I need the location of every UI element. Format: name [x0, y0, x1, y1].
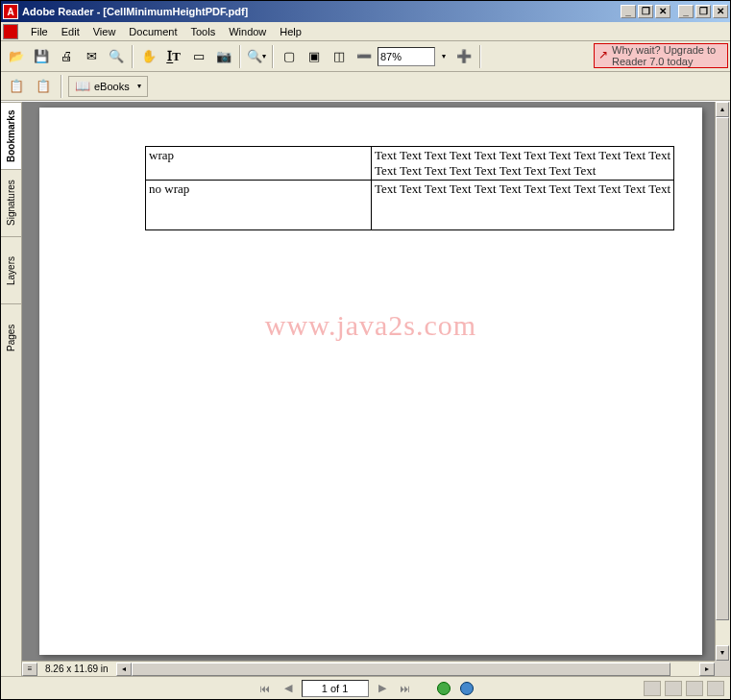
continuous-facing-button[interactable] [707, 681, 724, 696]
doc-restore-button[interactable]: ❐ [638, 5, 653, 18]
app-icon [3, 24, 18, 39]
sidetab-layers[interactable]: Layers [1, 236, 21, 303]
main-toolbar: 📂 💾 🖨 ✉ 🔍 ✋ I̲T ▭ 📷 🔍▾ ▢ ▣ ◫ ➖ 87% ▾ ➕ W… [1, 41, 730, 72]
prev-page-button[interactable]: ◀ [279, 680, 298, 697]
menu-file[interactable]: File [24, 24, 55, 39]
hscroll-thumb[interactable] [132, 663, 671, 676]
single-page-button[interactable] [644, 681, 661, 696]
zoom-dropdown-button[interactable]: ▾ [437, 45, 451, 68]
hscroll-track[interactable] [132, 663, 699, 676]
table-row: wrap Text Text Text Text Text Text Text … [146, 147, 674, 181]
sidetab-signatures[interactable]: Signatures [1, 169, 21, 236]
menu-bar: File Edit View Document Tools Window Hel… [1, 22, 730, 41]
upgrade-banner[interactable]: Why wait? Upgrade to Reader 7.0 today [594, 43, 728, 68]
separator [132, 45, 134, 68]
select-button[interactable]: ▭ [187, 45, 210, 68]
zoom-in-button[interactable]: 🔍▾ [245, 45, 268, 68]
hand-tool-button[interactable]: ✋ [137, 45, 160, 68]
fit-width-button[interactable]: ◫ [328, 45, 351, 68]
first-page-button[interactable]: ⏮ [256, 680, 275, 697]
search-button[interactable]: 🔍 [105, 45, 128, 68]
email-button[interactable]: ✉ [80, 45, 103, 68]
content-table: wrap Text Text Text Text Text Text Text … [145, 146, 674, 230]
ebooks-icon: 📖 [75, 79, 90, 93]
scroll-area[interactable]: wrap Text Text Text Text Text Text Text … [22, 102, 730, 676]
fit-page-button[interactable]: ▣ [303, 45, 326, 68]
zoom-value: 87% [380, 51, 402, 62]
side-panel: Bookmarks Signatures Layers Pages [1, 102, 22, 676]
zoom-plus-button[interactable]: ➕ [452, 45, 475, 68]
page-indicator[interactable]: 1 of 1 [302, 680, 369, 697]
actual-size-button[interactable]: ▢ [278, 45, 301, 68]
watermark: www.java2s.com [39, 309, 702, 342]
menu-window[interactable]: Window [222, 24, 273, 39]
cell-label: no wrap [146, 181, 372, 230]
zoom-input[interactable]: 87% [378, 47, 435, 66]
cell-text: Text Text Text Text Text Text Text Text … [372, 147, 674, 181]
nav-bar: ⏮ ◀ 1 of 1 ▶ ⏭ [1, 676, 730, 699]
forward-icon [460, 682, 474, 695]
restore-button[interactable]: ❐ [695, 5, 711, 18]
title-bar: A Adobe Reader - [CellMinimumHeightPDF.p… [1, 1, 730, 22]
scroll-down-button[interactable]: ▾ [716, 645, 729, 661]
menu-help[interactable]: Help [273, 24, 308, 39]
scroll-thumb[interactable] [716, 117, 729, 620]
scroll-corner [715, 661, 730, 676]
facing-button[interactable] [686, 681, 703, 696]
cell-text: Text Text Text Text Text Text Text Text … [372, 181, 674, 230]
last-page-button[interactable]: ⏭ [396, 680, 415, 697]
hscroll-grip[interactable]: ≡ [22, 663, 37, 676]
forward-button[interactable] [457, 680, 476, 697]
separator [239, 45, 241, 68]
menu-view[interactable]: View [86, 24, 123, 39]
snapshot-button[interactable]: 📷 [212, 45, 235, 68]
minimize-button[interactable]: _ [678, 5, 694, 18]
clipboard2-button[interactable]: 📋 [32, 75, 55, 98]
zoom-out-button[interactable]: ➖ [353, 45, 376, 68]
page-dimensions: 8.26 x 11.69 in [37, 664, 116, 674]
sidetab-pages[interactable]: Pages [1, 303, 21, 371]
cell-label: wrap [146, 147, 372, 181]
ebooks-button[interactable]: 📖 eBooks ▾ [68, 76, 148, 97]
scroll-left-button[interactable]: ◂ [116, 663, 132, 676]
save-button[interactable]: 💾 [30, 45, 53, 68]
ebooks-label: eBooks [94, 81, 130, 92]
main-area: Bookmarks Signatures Layers Pages wrap T… [1, 101, 730, 676]
menu-tools[interactable]: Tools [184, 24, 223, 39]
next-page-button[interactable]: ▶ [373, 680, 392, 697]
nowrap-text: Text Text Text Text Text Text Text Text … [375, 181, 670, 197]
scroll-up-button[interactable]: ▴ [716, 102, 729, 117]
text-select-button[interactable]: I̲T [162, 45, 185, 68]
chevron-down-icon: ▾ [137, 82, 141, 90]
clipboard-button[interactable]: 📋 [5, 75, 28, 98]
sidetab-bookmarks[interactable]: Bookmarks [1, 102, 21, 169]
document-area: wrap Text Text Text Text Text Text Text … [22, 102, 730, 676]
horizontal-scrollbar[interactable]: ≡ 8.26 x 11.69 in ◂ ▸ [22, 661, 715, 676]
scroll-right-button[interactable]: ▸ [699, 663, 715, 676]
vertical-scrollbar[interactable]: ▴ ▾ [715, 102, 730, 661]
separator [61, 75, 62, 98]
app-window: A Adobe Reader - [CellMinimumHeightPDF.p… [0, 0, 731, 700]
back-icon [437, 682, 451, 695]
view-mode-buttons [644, 681, 724, 696]
menu-document[interactable]: Document [122, 24, 183, 39]
app-logo-icon: A [3, 4, 18, 19]
back-button[interactable] [434, 680, 453, 697]
menu-edit[interactable]: Edit [55, 24, 86, 39]
print-button[interactable]: 🖨 [55, 45, 78, 68]
upgrade-text: Why wait? Upgrade to Reader 7.0 today [612, 44, 723, 67]
separator [479, 45, 481, 68]
doc-minimize-button[interactable]: _ [621, 5, 636, 18]
continuous-button[interactable] [665, 681, 682, 696]
window-title: Adobe Reader - [CellMinimumHeightPDF.pdf… [22, 6, 248, 17]
separator [272, 45, 274, 68]
doc-close-button[interactable]: ✕ [655, 5, 670, 18]
pdf-page: wrap Text Text Text Text Text Text Text … [39, 108, 702, 655]
table-row: no wrap Text Text Text Text Text Text Te… [146, 181, 674, 230]
secondary-toolbar: 📋 📋 📖 eBooks ▾ [1, 72, 730, 101]
open-button[interactable]: 📂 [5, 45, 28, 68]
close-button[interactable]: ✕ [713, 5, 728, 18]
